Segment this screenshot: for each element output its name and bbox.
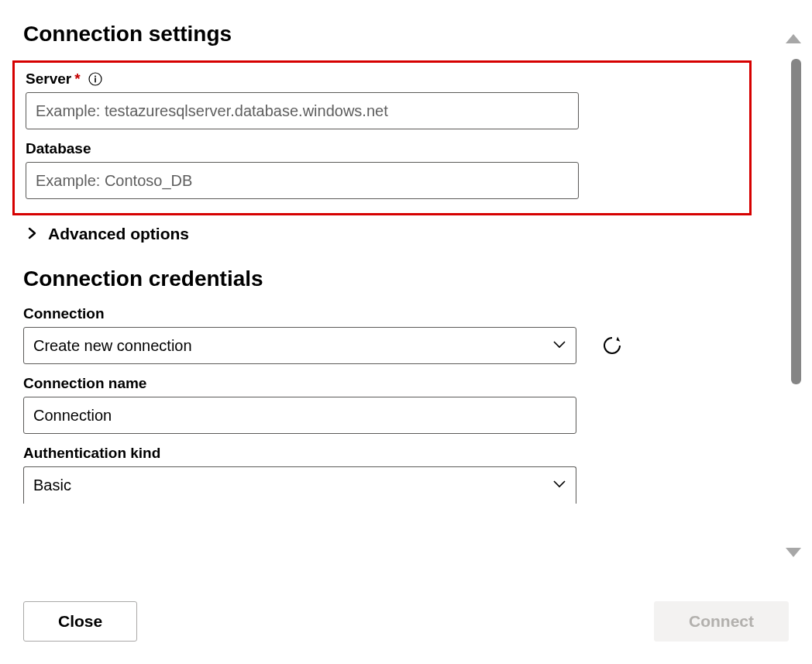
auth-kind-select-value: Basic <box>33 476 71 494</box>
connection-name-label: Connection name <box>23 375 146 392</box>
connect-button[interactable]: Connect <box>654 601 789 642</box>
server-label: Server <box>26 71 71 88</box>
auth-kind-label: Authentication kind <box>23 445 160 462</box>
connection-credentials-heading: Connection credentials <box>23 267 752 291</box>
svg-rect-2 <box>95 77 96 82</box>
connection-select[interactable]: Create new connection <box>23 327 576 364</box>
dialog-footer: Close Connect <box>0 579 812 664</box>
connection-settings-heading: Connection settings <box>23 22 752 46</box>
chevron-right-icon <box>28 225 37 243</box>
scroll-up-button[interactable] <box>786 34 801 43</box>
connection-select-wrap: Create new connection <box>23 327 576 364</box>
svg-point-1 <box>95 75 96 77</box>
server-label-row: Server * <box>26 71 738 88</box>
auth-kind-label-row: Authentication kind <box>23 445 752 462</box>
connection-label-row: Connection <box>23 305 752 322</box>
dialog-viewport: Connection settings Server * <box>0 0 812 664</box>
refresh-icon <box>601 335 623 356</box>
advanced-options-label: Advanced options <box>48 225 189 243</box>
auth-kind-field: Authentication kind Basic <box>23 445 752 504</box>
connection-label: Connection <box>23 305 105 322</box>
database-label-row: Database <box>26 140 738 157</box>
database-label: Database <box>26 140 91 157</box>
server-field: Server * <box>26 71 738 129</box>
connection-select-value: Create new connection <box>33 337 192 355</box>
auth-kind-select[interactable]: Basic <box>23 466 576 504</box>
connection-name-label-row: Connection name <box>23 375 752 392</box>
connection-row: Create new connection <box>23 327 752 364</box>
connection-name-field: Connection name <box>23 375 752 434</box>
connection-name-input[interactable] <box>23 397 576 434</box>
scroll-down-button[interactable] <box>786 548 801 557</box>
database-field: Database <box>26 140 738 199</box>
auth-kind-select-wrap: Basic <box>23 466 576 504</box>
refresh-button[interactable] <box>601 335 623 356</box>
close-button[interactable]: Close <box>23 601 137 642</box>
database-input[interactable] <box>26 162 579 199</box>
connection-field: Connection Create new connection <box>23 305 752 364</box>
scroll-content: Connection settings Server * <box>0 0 775 571</box>
scrollbar-thumb[interactable] <box>791 59 801 384</box>
highlight-box: Server * Database <box>12 60 752 215</box>
required-indicator: * <box>74 71 80 88</box>
server-input[interactable] <box>26 92 579 129</box>
advanced-options-expander[interactable]: Advanced options <box>28 225 752 243</box>
info-icon[interactable] <box>88 72 102 86</box>
